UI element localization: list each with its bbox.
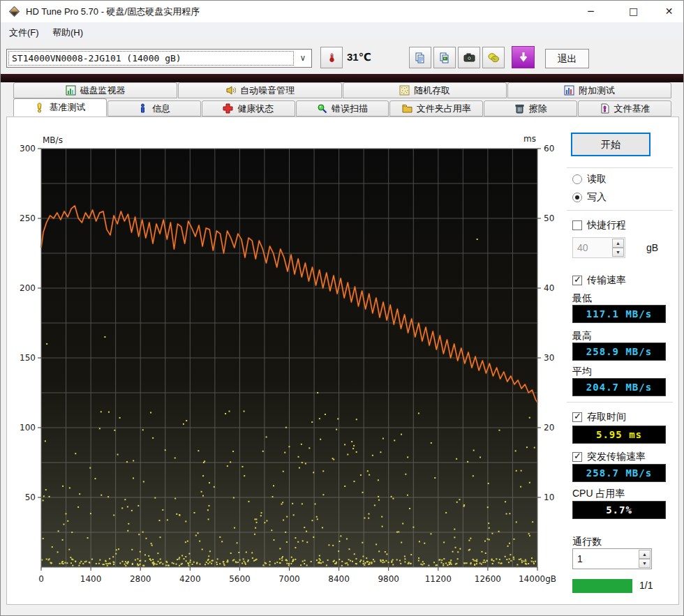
svg-text:7000: 7000 (278, 574, 300, 584)
maximize-button[interactable]: □ (618, 1, 649, 22)
svg-text:20: 20 (544, 423, 554, 433)
tab-aam[interactable]: 自动噪音管理 (178, 82, 342, 98)
screenshot-button[interactable] (458, 47, 480, 68)
app-logo-icon (9, 6, 20, 17)
max-value-display: 258.9 MB/s (572, 343, 666, 361)
short-stroke-spinner[interactable]: 40 ▲▼ (572, 237, 625, 258)
progress-bar (572, 579, 632, 593)
tab-random-access[interactable]: 随机存取 (343, 82, 507, 98)
tab-file-benchmark[interactable]: 文件基准 (578, 100, 671, 117)
benchmark-controls: 开始 读取 写入 快捷行程 40 ▲▼ gB 传输速率 (561, 117, 678, 604)
svg-text:250: 250 (20, 213, 36, 223)
spin-up-icon[interactable]: ▲ (639, 550, 650, 559)
tab-folder-usage[interactable]: 文件夹占用率 (389, 100, 483, 117)
camera-icon (463, 51, 476, 64)
tab-label: 错误扫描 (332, 103, 368, 115)
burst-rate-label: 突发传输速率 (587, 451, 646, 463)
write-radio-row[interactable]: 写入 (572, 191, 607, 204)
svg-text:150: 150 (20, 353, 36, 363)
read-radio[interactable] (572, 174, 582, 184)
start-button[interactable]: 开始 (571, 133, 650, 156)
min-value-display: 117.1 MB/s (572, 305, 666, 323)
exit-button[interactable]: 退出 (545, 49, 589, 68)
tab-label: 自动噪音管理 (240, 84, 295, 97)
short-stroke-checkbox[interactable] (572, 220, 582, 230)
write-radio-label: 写入 (587, 191, 607, 204)
spin-down-icon[interactable]: ▼ (639, 559, 650, 568)
progress-fraction: 1/1 (639, 580, 653, 591)
separator-strip (1, 74, 683, 82)
folder-icon (402, 103, 412, 114)
x-axis: 0140028004200560070008400980011200126001… (38, 567, 556, 584)
drive-select-value: ST14000VN0008-2JG101 (14000 gB) (9, 52, 293, 65)
menu-help[interactable]: 帮助(H) (48, 25, 87, 40)
tab-extra-tests[interactable]: 附加测试 (507, 82, 671, 98)
tab-erase[interactable]: 擦除 (484, 100, 577, 117)
burst-rate-row[interactable]: 突发传输速率 (572, 451, 646, 463)
download-arrow-icon (517, 51, 530, 63)
copy-image-button[interactable] (433, 47, 456, 68)
read-radio-row[interactable]: 读取 (572, 173, 607, 186)
tab-error-scan[interactable]: 错误扫描 (296, 100, 389, 117)
svg-text:2800: 2800 (130, 574, 151, 584)
close-button[interactable]: ✕ (653, 1, 684, 22)
minimize-button[interactable]: ─ (575, 1, 607, 22)
transfer-rate-label: 传输速率 (587, 274, 626, 287)
short-stroke-row[interactable]: 快捷行程 (572, 219, 626, 232)
menu-file[interactable]: 文件(F) (5, 25, 43, 40)
svg-text:9800: 9800 (378, 574, 399, 584)
svg-text:12600: 12600 (475, 574, 501, 584)
svg-text:50: 50 (544, 213, 554, 223)
copy-text-button[interactable] (409, 47, 431, 68)
tab-info[interactable]: 信息 (107, 100, 201, 117)
title-bar: HD Tune Pro 5.70 - 硬盘/固态硬盘实用程序 ─ □ ✕ (1, 1, 683, 22)
tab-row-top: 磁盘监视器 自动噪音管理 随机存取 (13, 82, 672, 98)
burst-rate-checkbox[interactable] (572, 452, 582, 462)
passes-label: 通行数 (572, 536, 602, 548)
svg-text:50: 50 (25, 493, 36, 502)
max-label: 最高 (572, 330, 592, 343)
cpu-usage-label: CPU 占用率 (572, 488, 625, 500)
svg-text:300: 300 (20, 144, 36, 153)
tab-disk-monitor[interactable]: 磁盘监视器 (13, 82, 177, 98)
transfer-rate-checkbox[interactable] (572, 276, 582, 285)
tab-row-bottom: 基准测试 信息 健康状态 错误扫描 (13, 98, 672, 117)
window-title: HD Tune Pro 5.70 - 硬盘/固态硬盘实用程序 (26, 6, 200, 18)
app-window: HD Tune Pro 5.70 - 硬盘/固态硬盘实用程序 ─ □ ✕ 文件(… (0, 0, 684, 616)
svg-text:MB/s: MB/s (43, 135, 63, 145)
passes-value: 1 (577, 553, 583, 564)
temperature-button[interactable] (320, 47, 343, 68)
drive-select-dropdown[interactable]: ST14000VN0008-2JG101 (14000 gB) ∨ (6, 49, 312, 68)
cpu-usage-display: 5.7% (572, 501, 666, 519)
spinner-arrows[interactable]: ▲▼ (639, 550, 650, 568)
access-time-display: 5.95 ms (572, 426, 666, 444)
benchmark-panel: 30025020015010050MB/s605040302010ms01400… (6, 117, 679, 605)
spin-up-icon[interactable]: ▲ (612, 239, 624, 248)
transfer-rate-row[interactable]: 传输速率 (572, 274, 626, 287)
svg-text:5600: 5600 (229, 574, 251, 584)
tab-label: 基准测试 (49, 101, 85, 114)
svg-text:0: 0 (38, 574, 44, 584)
tab-benchmark[interactable]: 基准测试 (13, 98, 107, 117)
download-button[interactable] (512, 46, 535, 68)
extra-tests-icon (564, 85, 574, 96)
write-radio[interactable] (572, 193, 582, 202)
passes-spinner[interactable]: 1 ▲▼ (572, 548, 652, 569)
divider (567, 402, 673, 403)
access-time-row[interactable]: 存取时间 (572, 411, 626, 423)
tab-health[interactable]: 健康状态 (202, 100, 295, 117)
svg-text:200: 200 (20, 283, 36, 293)
copy-text-icon (414, 52, 426, 64)
magnifier-icon (317, 103, 327, 114)
access-time-checkbox[interactable] (572, 412, 582, 422)
svg-text:1400: 1400 (80, 574, 102, 584)
tab-label: 健康状态 (237, 103, 274, 115)
svg-text:40: 40 (544, 283, 554, 293)
spin-down-icon[interactable]: ▼ (612, 248, 624, 257)
tab-label: 擦除 (529, 103, 547, 115)
save-results-button[interactable] (482, 47, 505, 68)
tab-label: 信息 (152, 103, 170, 115)
tab-label: 磁盘监视器 (80, 84, 126, 97)
spinner-arrows[interactable]: ▲▼ (612, 239, 624, 257)
svg-text:4200: 4200 (179, 574, 201, 584)
